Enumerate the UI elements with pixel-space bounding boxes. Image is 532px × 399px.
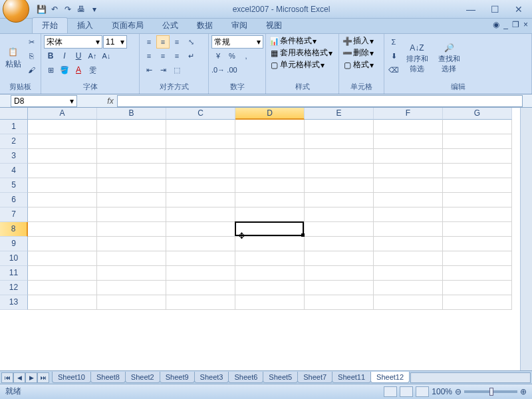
tab-formula[interactable]: 公式	[153, 18, 188, 33]
cell[interactable]	[374, 120, 443, 134]
name-box[interactable]: D8▾	[11, 95, 77, 107]
cell[interactable]	[443, 207, 512, 222]
close-button[interactable]: ✕	[511, 3, 527, 16]
shrink-font-button[interactable]: A↓	[100, 49, 113, 63]
align-top-button[interactable]: ≡	[142, 35, 156, 49]
increase-decimal-button[interactable]: .0→	[211, 63, 225, 76]
cell[interactable]	[374, 178, 443, 193]
cell-styles-button[interactable]: ▢单元格样式▾	[269, 59, 336, 70]
orientation-button[interactable]: ⤡	[184, 35, 198, 49]
decrease-indent-button[interactable]: ⇤	[142, 63, 156, 76]
currency-button[interactable]: ¥	[211, 49, 225, 63]
align-bottom-button[interactable]: ≡	[170, 35, 184, 49]
minimize-button[interactable]: —	[463, 3, 479, 16]
cell[interactable]	[97, 193, 166, 207]
cell[interactable]	[166, 193, 235, 207]
col-header[interactable]: C	[166, 108, 235, 120]
decrease-decimal-button[interactable]: .00	[225, 63, 239, 76]
cell[interactable]	[443, 237, 512, 251]
cell[interactable]	[28, 207, 97, 222]
cell[interactable]	[374, 251, 443, 266]
number-format-select[interactable]: 常规▾	[211, 35, 263, 49]
align-right-button[interactable]: ≡	[170, 49, 184, 63]
cell[interactable]	[443, 120, 512, 134]
comma-button[interactable]: ,	[239, 49, 253, 63]
cell[interactable]	[166, 164, 235, 178]
cell[interactable]	[374, 134, 443, 149]
restore-window-icon[interactable]: ❐	[512, 20, 519, 29]
cell[interactable]	[28, 178, 97, 193]
col-header[interactable]: B	[97, 108, 166, 120]
page-break-view-button[interactable]	[416, 386, 429, 397]
tab-insert[interactable]: 插入	[68, 18, 102, 33]
cell[interactable]	[443, 295, 512, 310]
undo-icon[interactable]: ↶	[49, 4, 60, 15]
cell[interactable]	[235, 149, 305, 164]
borders-button[interactable]: ⊞	[44, 63, 57, 76]
autosum-button[interactable]: Σ	[387, 35, 400, 49]
col-header[interactable]: A	[28, 108, 97, 120]
row-header[interactable]: 2	[0, 134, 28, 149]
fill-color-button[interactable]: 🪣	[58, 63, 71, 76]
close-workbook-icon[interactable]: ×	[523, 20, 528, 29]
row-header[interactable]: 4	[0, 164, 28, 178]
row-header[interactable]: 13	[0, 295, 28, 310]
table-format-button[interactable]: ▦套用表格格式▾	[269, 47, 336, 59]
row-header[interactable]: 3	[0, 149, 28, 164]
row-header[interactable]: 12	[0, 281, 28, 295]
tab-layout[interactable]: 页面布局	[102, 18, 153, 33]
cell[interactable]	[235, 120, 305, 134]
cell[interactable]	[305, 251, 374, 266]
col-header[interactable]: E	[305, 108, 374, 120]
print-icon[interactable]: 🖶	[76, 4, 86, 15]
cell[interactable]	[305, 120, 374, 134]
row-header[interactable]: 10	[0, 251, 28, 266]
cell[interactable]	[97, 251, 166, 266]
format-painter-icon[interactable]: 🖌	[25, 63, 38, 76]
cell[interactable]	[235, 295, 305, 310]
zoom-out-button[interactable]: ⊖	[455, 387, 462, 396]
cell[interactable]	[235, 178, 305, 193]
cell[interactable]	[97, 134, 166, 149]
cell[interactable]	[28, 134, 97, 149]
wrap-text-button[interactable]: ↵	[184, 49, 198, 63]
align-middle-button[interactable]: ≡	[156, 35, 170, 49]
cell[interactable]	[374, 222, 443, 237]
zoom-level[interactable]: 100%	[432, 387, 452, 396]
col-header[interactable]: G	[443, 108, 512, 120]
sheet-tab[interactable]: Sheet10	[52, 372, 91, 383]
cell[interactable]	[97, 281, 166, 295]
sheet-tab[interactable]: Sheet7	[297, 372, 332, 383]
cell[interactable]	[97, 295, 166, 310]
cell[interactable]	[443, 134, 512, 149]
cell[interactable]	[443, 266, 512, 281]
zoom-slider[interactable]	[464, 390, 517, 393]
cell[interactable]	[305, 149, 374, 164]
bold-button[interactable]: B	[44, 49, 57, 63]
cell[interactable]	[305, 164, 374, 178]
sheet-tab[interactable]: Sheet11	[332, 372, 371, 383]
row-header[interactable]: 5	[0, 178, 28, 193]
cell[interactable]	[97, 266, 166, 281]
cell[interactable]	[235, 222, 305, 237]
cell[interactable]	[166, 134, 235, 149]
tab-review[interactable]: 审阅	[222, 18, 257, 33]
conditional-format-button[interactable]: 📊条件格式▾	[269, 35, 336, 47]
font-name-select[interactable]: 宋体▾	[44, 35, 102, 49]
prev-sheet-button[interactable]: ◀	[13, 372, 25, 383]
cell[interactable]	[443, 193, 512, 207]
next-sheet-button[interactable]: ▶	[25, 372, 37, 383]
cell[interactable]	[28, 193, 97, 207]
cell[interactable]	[235, 193, 305, 207]
sort-filter-button[interactable]: A↓Z 排序和 筛选	[402, 35, 432, 81]
cell[interactable]	[166, 251, 235, 266]
row-header[interactable]: 11	[0, 266, 28, 281]
tab-view[interactable]: 视图	[257, 18, 291, 33]
cell[interactable]	[166, 149, 235, 164]
tab-data[interactable]: 数据	[188, 18, 222, 33]
row-header[interactable]: 9	[0, 237, 28, 251]
insert-cells-button[interactable]: ➕插入▾	[342, 35, 381, 47]
cell[interactable]	[374, 281, 443, 295]
col-header[interactable]: F	[374, 108, 443, 120]
underline-button[interactable]: U	[72, 49, 85, 63]
